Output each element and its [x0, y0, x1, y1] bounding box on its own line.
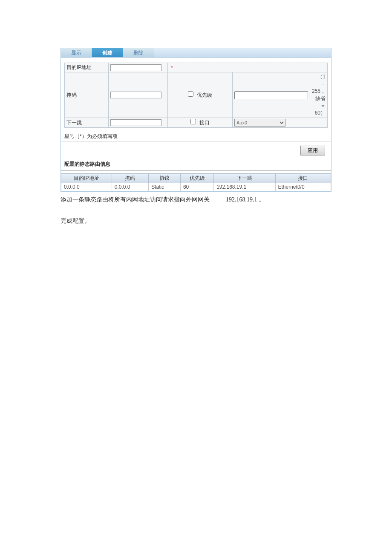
checkbox-interface[interactable]: [190, 119, 196, 124]
cell-if: Ethernet0/0: [275, 183, 331, 191]
description-line-2: 完成配置。: [61, 217, 331, 225]
label-nexthop: 下一跳: [65, 118, 109, 128]
form-area: 目的IP地址 * 掩码 优先级 （1－255，缺省＝60） 下一跳: [61, 58, 331, 129]
cell-mask: 0.0.0.0: [112, 183, 148, 191]
cell-nh: 192.168.19.1: [214, 183, 275, 191]
label-dest-ip: 目的IP地址: [65, 63, 109, 72]
label-mask: 掩码: [65, 72, 109, 118]
config-panel: 显示 创建 删除 目的IP地址 * 掩码 优先级 （1－255，缺省＝6: [61, 48, 331, 192]
description-line-1: 添加一条静态路由将所有内网地址访问请求指向外网网关192.168.19.1 。: [61, 196, 331, 204]
cell-pri: 60: [180, 183, 213, 191]
section-title: 配置的静态路由信息: [61, 160, 331, 171]
label-priority: 优先级: [197, 92, 212, 98]
tab-fill: [154, 48, 331, 57]
input-dest-ip[interactable]: [110, 64, 161, 71]
checkbox-priority[interactable]: [188, 91, 193, 97]
th-nexthop: 下一跳: [214, 174, 275, 183]
label-interface: 接口: [199, 120, 210, 126]
th-proto: 协议: [149, 174, 181, 183]
required-mark: *: [170, 65, 173, 71]
th-mask: 掩码: [112, 174, 148, 183]
input-nexthop[interactable]: [110, 119, 161, 126]
tab-bar: 显示 创建 删除: [61, 48, 331, 58]
required-note: 星号（*）为必须填写项: [61, 129, 331, 141]
priority-hint: （1－255，缺省＝60）: [312, 74, 326, 116]
input-mask[interactable]: [110, 92, 161, 98]
route-table: 目的IP地址 掩码 协议 优先级 下一跳 接口 0.0.0.0 0.0.0.0 …: [61, 173, 331, 191]
th-pri: 优先级: [180, 174, 213, 183]
form-table: 目的IP地址 * 掩码 优先级 （1－255，缺省＝60） 下一跳: [64, 63, 328, 128]
cell-proto: Static: [149, 183, 181, 191]
tab-create[interactable]: 创建: [92, 48, 123, 57]
th-if: 接口: [275, 174, 331, 183]
th-dest: 目的IP地址: [61, 174, 112, 183]
input-priority[interactable]: [234, 91, 308, 99]
cell-dest: 0.0.0.0: [61, 183, 112, 191]
select-interface[interactable]: Aux0: [234, 119, 285, 127]
apply-button[interactable]: 应用: [300, 146, 325, 155]
table-row[interactable]: 0.0.0.0 0.0.0.0 Static 60 192.168.19.1 E…: [61, 183, 331, 191]
tab-display[interactable]: 显示: [61, 48, 92, 57]
tab-delete[interactable]: 删除: [123, 48, 154, 57]
